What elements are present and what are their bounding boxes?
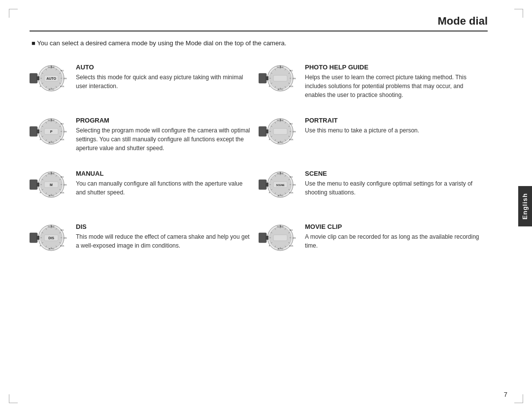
mode-description: This mode will reduce the effect of came… bbox=[76, 232, 254, 250]
svg-text:DIS: DIS bbox=[293, 184, 296, 186]
page-container: English Mode dial You can select a desir… bbox=[0, 0, 532, 412]
dial-icon-dis: SCENE SIO DIS SCN AUTO P DIS bbox=[30, 223, 69, 262]
dial-icon-scene: SCENE SIO DIS SCN AUTO P SCENE bbox=[259, 170, 298, 209]
mode-item-auto: SCENE SIO DIS SCN AUTO P AUTO AUTOSelect… bbox=[30, 57, 259, 110]
svg-text:M: M bbox=[50, 183, 53, 187]
mode-text-auto: AUTOSelects this mode for quick and easy… bbox=[76, 63, 254, 91]
svg-text:SIO: SIO bbox=[290, 176, 293, 178]
mode-text-scene: SCENEUse the menu to easily configure op… bbox=[305, 170, 483, 197]
mode-item-portrait: SCENE SIO DIS SCN AUTO P PORTRAITUse thi… bbox=[259, 110, 488, 163]
mode-name: DIS bbox=[76, 223, 254, 230]
svg-rect-46 bbox=[273, 75, 287, 81]
svg-text:AUTO: AUTO bbox=[277, 88, 283, 91]
svg-text:SCN: SCN bbox=[60, 191, 65, 194]
svg-text:SIO: SIO bbox=[61, 176, 64, 178]
svg-text:DIS: DIS bbox=[64, 184, 67, 186]
mode-description: Selecting the program mode will configur… bbox=[76, 126, 254, 153]
svg-text:SCN: SCN bbox=[289, 85, 294, 88]
svg-rect-173 bbox=[259, 233, 266, 243]
mode-text-program: PROGRAMSelecting the program mode will c… bbox=[76, 117, 254, 153]
svg-text:AUTO: AUTO bbox=[46, 77, 56, 80]
svg-text:SCN: SCN bbox=[289, 138, 294, 141]
corner-tl bbox=[9, 9, 18, 18]
svg-text:DIS: DIS bbox=[64, 130, 67, 133]
svg-text:P: P bbox=[269, 85, 270, 88]
dial-icon-auto: SCENE SIO DIS SCN AUTO P AUTO bbox=[30, 63, 69, 103]
svg-text:P: P bbox=[40, 191, 41, 194]
mode-text-movie-clip: MOVIE CLIPA movie clip can be recorded f… bbox=[305, 223, 483, 250]
svg-text:DIS: DIS bbox=[64, 77, 67, 80]
dial-icon-portrait: SCENE SIO DIS SCN AUTO P bbox=[259, 117, 298, 156]
svg-rect-47 bbox=[266, 76, 268, 80]
modes-grid: SCENE SIO DIS SCN AUTO P AUTO AUTOSelect… bbox=[30, 57, 488, 269]
svg-text:AUTO: AUTO bbox=[48, 248, 54, 250]
svg-text:DIS: DIS bbox=[293, 130, 296, 133]
svg-text:P: P bbox=[269, 191, 270, 194]
mode-item-program: SCENE SIO DIS SCN AUTO P P PROGRAMSelect… bbox=[30, 110, 259, 163]
mode-name: PROGRAM bbox=[76, 117, 254, 124]
svg-text:DIS: DIS bbox=[64, 237, 67, 239]
svg-text:SIO: SIO bbox=[61, 69, 64, 72]
svg-text:SIO: SIO bbox=[61, 229, 64, 231]
mode-text-manual: MANUALYou can manually configure all fun… bbox=[76, 170, 254, 197]
page-title: Mode dial bbox=[30, 15, 488, 32]
svg-rect-72 bbox=[36, 129, 39, 133]
svg-text:SIO: SIO bbox=[61, 123, 64, 125]
intro-text: You can select a desired camera mode by … bbox=[32, 39, 502, 47]
mode-description: A movie clip can be recorded for as long… bbox=[305, 232, 483, 250]
svg-text:SIO: SIO bbox=[290, 69, 293, 72]
svg-rect-195 bbox=[266, 236, 268, 240]
dial-icon-movie-clip: SCENE SIO DIS SCN AUTO P bbox=[259, 223, 298, 262]
mode-text-dis: DISThis mode will reduce the effect of c… bbox=[76, 223, 254, 250]
svg-rect-171 bbox=[36, 236, 39, 240]
mode-name: AUTO bbox=[76, 63, 254, 71]
svg-rect-148 bbox=[30, 233, 37, 243]
mode-description: Use this menu to take a picture of a per… bbox=[305, 126, 483, 135]
svg-text:AUTO: AUTO bbox=[277, 248, 283, 250]
corner-bl bbox=[9, 394, 18, 403]
svg-rect-121 bbox=[36, 183, 39, 187]
svg-text:P: P bbox=[50, 130, 53, 133]
svg-text:SCN: SCN bbox=[60, 245, 65, 247]
mode-description: Use the menu to easily configure optimal… bbox=[305, 179, 483, 197]
mode-text-portrait: PORTRAITUse this menu to take a picture … bbox=[305, 117, 483, 135]
mode-item-scene: SCENE SIO DIS SCN AUTO P SCENE SCENEUse … bbox=[259, 163, 488, 216]
svg-rect-146 bbox=[266, 183, 268, 187]
svg-text:P: P bbox=[269, 138, 270, 141]
mode-description: Selects this mode for quick and easy pic… bbox=[76, 73, 254, 91]
svg-text:SCN: SCN bbox=[60, 85, 65, 88]
mode-item-manual: SCENE SIO DIS SCN AUTO P M MANUALYou can… bbox=[30, 163, 259, 216]
svg-text:P: P bbox=[40, 138, 41, 141]
sidebar-language-tab: English bbox=[518, 186, 532, 226]
svg-text:P: P bbox=[40, 85, 41, 88]
mode-item-movie-clip: SCENE SIO DIS SCN AUTO P MOVIE CLIPA mov… bbox=[259, 216, 488, 269]
svg-rect-49 bbox=[30, 127, 37, 136]
mode-name: PHOTO HELP GUIDE bbox=[305, 63, 483, 71]
dial-icon-program: SCENE SIO DIS SCN AUTO P P bbox=[30, 117, 69, 156]
svg-rect-25 bbox=[259, 73, 266, 83]
svg-text:SCN: SCN bbox=[289, 191, 294, 194]
svg-text:DIS: DIS bbox=[293, 77, 296, 80]
mode-name: PORTRAIT bbox=[305, 117, 483, 124]
svg-rect-98 bbox=[30, 180, 37, 190]
svg-text:SCN: SCN bbox=[60, 138, 65, 141]
svg-text:AUTO: AUTO bbox=[48, 194, 54, 197]
mode-name: MANUAL bbox=[76, 170, 254, 177]
svg-text:SCN: SCN bbox=[289, 245, 294, 247]
mode-name: MOVIE CLIP bbox=[305, 223, 483, 230]
svg-text:P: P bbox=[269, 245, 270, 247]
svg-text:AUTO: AUTO bbox=[277, 194, 283, 197]
corner-tr bbox=[514, 9, 523, 18]
dial-icon-manual: SCENE SIO DIS SCN AUTO P M bbox=[30, 170, 69, 209]
svg-text:SIO: SIO bbox=[290, 123, 293, 125]
svg-rect-96 bbox=[266, 129, 268, 133]
mode-name: SCENE bbox=[305, 170, 483, 177]
svg-text:AUTO: AUTO bbox=[277, 141, 283, 144]
page-number: 7 bbox=[504, 391, 507, 398]
dial-icon-photo-help-guide: SCENE SIO DIS SCN AUTO P bbox=[259, 63, 298, 103]
svg-text:SCENE: SCENE bbox=[276, 184, 285, 187]
mode-item-photo-help-guide: SCENE SIO DIS SCN AUTO P PHOTO HELP GUID… bbox=[259, 57, 488, 110]
svg-text:DIS: DIS bbox=[48, 236, 54, 240]
mode-text-photo-help-guide: PHOTO HELP GUIDEHelps the user to learn … bbox=[305, 63, 483, 99]
svg-text:AUTO: AUTO bbox=[48, 141, 54, 144]
